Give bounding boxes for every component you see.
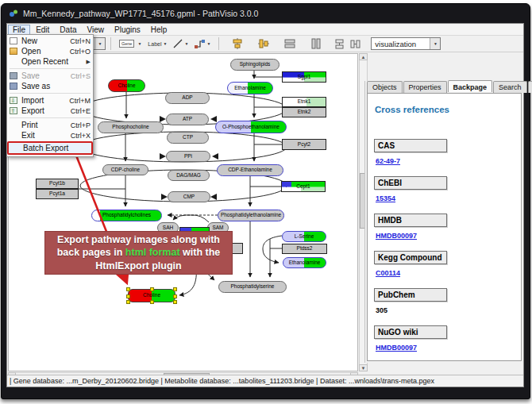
menu-item-save-as[interactable]: Save as: [7, 81, 93, 91]
common-height-button[interactable]: [283, 37, 297, 51]
open-folder-icon: [9, 48, 17, 56]
align-center-x-icon: [232, 38, 243, 49]
stack-vertical-button[interactable]: [332, 37, 346, 51]
app-icon: [9, 9, 18, 18]
node-dag-mag[interactable]: DAG/MAG: [168, 170, 210, 181]
menubar-item-data[interactable]: Data: [55, 25, 81, 35]
menubar-item-plugins[interactable]: Plugins: [110, 25, 145, 35]
new-document-icon: [9, 37, 17, 45]
common-width-button[interactable]: [309, 37, 323, 51]
node-o-phosphoethanolamine[interactable]: O-Phosphoethanolamine: [215, 121, 287, 133]
gene-tool-button[interactable]: Gene ▼: [117, 37, 144, 51]
tab-legend[interactable]: Legend: [528, 81, 532, 93]
xref-link[interactable]: C00114: [376, 269, 515, 277]
chevron-down-icon[interactable]: ▼: [94, 38, 105, 49]
menu-item-print[interactable]: PrintCtrl+P: [7, 120, 93, 130]
submenu-arrow-icon: ▶: [87, 59, 91, 65]
node-sphingolipids[interactable]: Sphingolipids: [230, 59, 279, 71]
node-sgpl1[interactable]: Sgpl1: [282, 71, 326, 83]
tab-properties[interactable]: Properties: [403, 81, 447, 93]
chevron-down-icon[interactable]: ▼: [430, 38, 440, 49]
node-label: Pcyt2: [298, 142, 310, 148]
node-label: CDP-choline: [111, 167, 141, 173]
menu-item-shortcut: Ctrl+S: [71, 72, 91, 80]
node-phosphatidylethanolamine[interactable]: Phosphatidylethanolamine: [218, 210, 284, 221]
menu-item-save[interactable]: SaveCtrl+S: [7, 71, 93, 81]
tab-backpage[interactable]: Backpage: [448, 80, 493, 92]
node-label: Phosphatidylserine: [231, 284, 275, 290]
label-tool-button[interactable]: Label ▼: [145, 37, 169, 51]
node-phosphatidylcholines[interactable]: Phosphatidylcholines: [91, 210, 162, 221]
node-phosphatidylserine[interactable]: Phosphatidylserine: [218, 281, 287, 293]
xref-header: HMDB: [374, 214, 447, 227]
menu-item-label: Import: [21, 96, 69, 105]
cross-references-heading: Cross references: [375, 105, 515, 114]
node-cdp-choline[interactable]: CDP-choline: [102, 164, 148, 175]
xref-link[interactable]: 15354: [376, 194, 515, 202]
menubar-item-file[interactable]: File: [8, 25, 30, 35]
node-l-serine[interactable]: L-Serine: [282, 231, 326, 242]
node-ptdss2[interactable]: Ptdss2: [282, 244, 327, 254]
node-phosphocholine[interactable]: Phosphocholine: [98, 121, 164, 133]
menu-item-open[interactable]: OpenCtrl+O: [7, 46, 93, 56]
stack-columns-icon: [310, 38, 322, 49]
xref-section-kegg-compound: Kegg CompoundC00114: [374, 251, 515, 277]
node-label: Pcyt1b: [49, 181, 65, 187]
node-cmp[interactable]: CMP: [168, 191, 210, 202]
node-ctp[interactable]: CTP: [167, 132, 209, 144]
stack-horizontal-button[interactable]: [348, 37, 362, 51]
tab-search[interactable]: Search: [493, 81, 527, 93]
xref-header: PubChem: [374, 288, 447, 302]
xref-section-hmdb: HMDBHMDB00097: [374, 214, 515, 240]
xref-link[interactable]: HMDB00097: [376, 344, 515, 352]
menubar-item-help[interactable]: Help: [146, 25, 172, 35]
menubar-item-edit[interactable]: Edit: [31, 25, 54, 35]
node-cdp-ethanolamine[interactable]: CDP-Ethanolamine: [217, 164, 283, 176]
node-ethanolamine[interactable]: Ethanolamine: [283, 257, 326, 268]
menu-item-exit[interactable]: ExitCtrl+X: [7, 130, 93, 140]
node-etnk1[interactable]: Etnk1: [282, 97, 326, 107]
selection-handle[interactable]: [126, 287, 130, 291]
node-pcyt1a[interactable]: Pcyt1a: [36, 189, 79, 199]
visualization-combobox[interactable]: visualization ▼: [371, 37, 441, 50]
node-pcyt2[interactable]: Pcyt2: [282, 139, 326, 150]
title-bar[interactable]: Mm_Kennedy_pathway_WP1771_45176.gpml - P…: [2, 4, 530, 23]
node-cept1[interactable]: Cept1: [281, 181, 326, 192]
node-ppi[interactable]: PPi: [166, 151, 210, 162]
xref-link[interactable]: HMDB00097: [376, 232, 515, 240]
stack-horizontal-icon: [350, 39, 360, 49]
menu-item-import[interactable]: ⇩ImportCtrl+M: [7, 95, 93, 106]
selection-handle[interactable]: [173, 300, 177, 304]
node-ethanolamine[interactable]: Ethanolamine: [227, 82, 273, 94]
scroll-up-icon[interactable]: ▲: [359, 53, 368, 60]
scroll-down-icon[interactable]: ▼: [359, 364, 368, 371]
node-atp[interactable]: ATP: [166, 114, 209, 125]
chevron-down-icon: ▼: [184, 41, 188, 46]
selection-handle[interactable]: [126, 294, 130, 298]
selection-handle[interactable]: [126, 300, 130, 304]
selection-handle[interactable]: [150, 287, 154, 291]
menu-item-open-recent[interactable]: Open Recent▶: [7, 56, 93, 67]
xref-link[interactable]: 62-49-7: [376, 157, 515, 165]
node-choline[interactable]: Choline: [128, 289, 175, 302]
node-adp[interactable]: ADP: [165, 92, 210, 104]
connector-tool-button[interactable]: ▼: [192, 37, 213, 51]
xref-section-cas: CAS62-49-7: [374, 139, 515, 165]
selection-handle[interactable]: [150, 300, 154, 304]
selection-handle[interactable]: [173, 287, 177, 291]
selection-handle[interactable]: [173, 294, 177, 298]
menu-item-label: Open: [21, 47, 70, 56]
menu-item-new[interactable]: NewCtrl+N: [7, 36, 93, 46]
align-center-x-button[interactable]: [230, 37, 245, 51]
menubar-item-view[interactable]: View: [82, 25, 109, 35]
node-etnk2[interactable]: Etnk2: [282, 107, 326, 117]
align-center-y-button[interactable]: [256, 37, 271, 51]
node-choline[interactable]: Choline: [108, 79, 145, 92]
tab-objects[interactable]: Objects: [367, 81, 403, 93]
menu-item-export[interactable]: ⇧ExportCtrl+E: [7, 106, 93, 116]
menu-item-batch-export[interactable]: Batch Export: [7, 141, 93, 155]
line-tool-button[interactable]: ▼: [171, 37, 191, 51]
node-label: Ethanolamine: [234, 86, 266, 91]
node-pcyt1b[interactable]: Pcyt1b: [36, 179, 79, 189]
node-label: CMP: [183, 194, 195, 200]
